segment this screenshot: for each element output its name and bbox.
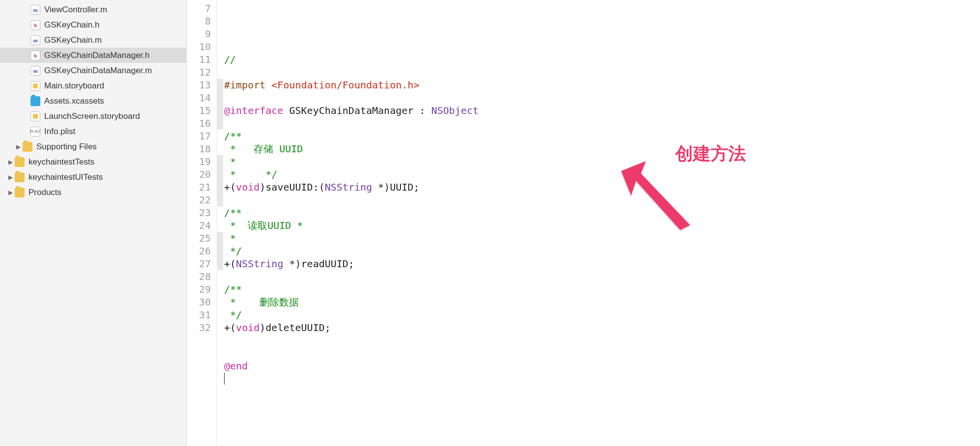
file-row[interactable]: ▶Products — [0, 185, 186, 200]
gutter-mark — [217, 168, 223, 181]
line-number: 19 — [187, 155, 217, 168]
file-row[interactable]: ▶Supporting Files — [0, 139, 186, 154]
code-line[interactable]: +(void)saveUUID:(NSString *)UUID; — [224, 181, 980, 194]
file-label: GSKeyChain.h — [44, 20, 99, 30]
file-label: GSKeyChainDataManager.h — [44, 51, 150, 60]
line-number: 21 — [187, 181, 217, 194]
folder-file-icon — [15, 157, 25, 167]
code-line[interactable]: * 删除数据 — [224, 296, 980, 308]
story-file-icon — [30, 112, 40, 121]
disclosure-triangle-icon[interactable]: ▶ — [15, 143, 22, 150]
line-number: 20 — [187, 168, 217, 181]
code-line[interactable]: /** — [224, 130, 980, 142]
file-row[interactable]: mGSKeyChain.m — [0, 32, 186, 48]
code-line[interactable]: +(NSString *)readUUID; — [224, 257, 980, 270]
code-line[interactable] — [224, 372, 980, 385]
gutter-mark — [217, 155, 223, 168]
line-number: 32 — [187, 321, 217, 334]
line-number-gutter: 7891011121314151617181920212223242526272… — [187, 0, 217, 446]
code-line[interactable]: * */ — [224, 168, 980, 181]
file-row[interactable]: mGSKeyChainDataManager.m — [0, 63, 186, 78]
code-line[interactable] — [224, 194, 980, 206]
code-line[interactable]: /** — [224, 206, 980, 219]
disclosure-triangle-icon[interactable]: ▶ — [7, 159, 14, 166]
code-line[interactable]: * 存储 UUID — [224, 142, 980, 155]
file-row[interactable]: PLISTInfo.plist — [0, 124, 186, 139]
file-label: Products — [29, 188, 61, 197]
line-number: 17 — [187, 130, 217, 142]
disclosure-triangle-icon[interactable]: ▶ — [7, 189, 14, 196]
file-navigator[interactable]: mViewController.mhGSKeyChain.hmGSKeyChai… — [0, 0, 187, 446]
file-row[interactable]: LaunchScreen.storyboard — [0, 109, 186, 124]
file-label: keychaintestTests — [29, 157, 94, 167]
code-line[interactable] — [224, 66, 980, 79]
gutter-mark — [217, 181, 223, 194]
file-row[interactable]: Assets.xcassets — [0, 93, 186, 109]
gutter-mark — [217, 53, 223, 66]
gutter-mark — [217, 232, 223, 245]
assets-file-icon — [30, 96, 40, 106]
line-number: 28 — [187, 270, 217, 283]
code-line[interactable]: /** — [224, 283, 980, 296]
line-number: 16 — [187, 117, 217, 130]
gutter-mark — [217, 130, 223, 142]
gutter-mark — [217, 245, 223, 257]
code-line[interactable]: * — [224, 232, 980, 245]
gutter-mark — [217, 66, 223, 79]
line-number: 11 — [187, 53, 217, 66]
folder-file-icon — [15, 172, 25, 182]
m-file-icon: m — [30, 35, 40, 45]
line-number: 13 — [187, 79, 217, 91]
line-number: 24 — [187, 219, 217, 232]
code-line[interactable]: */ — [224, 245, 980, 257]
line-number: 31 — [187, 308, 217, 321]
line-number: 30 — [187, 296, 217, 308]
gutter-mark — [217, 142, 223, 155]
line-number: 12 — [187, 66, 217, 79]
file-label: GSKeyChain.m — [44, 35, 102, 45]
file-row[interactable]: ▶keychaintestUITests — [0, 169, 186, 185]
file-row[interactable]: hGSKeyChain.h — [0, 17, 186, 32]
code-line[interactable] — [224, 117, 980, 130]
gutter-mark — [217, 283, 223, 296]
story-file-icon — [30, 81, 40, 91]
code-editor[interactable]: 7891011121314151617181920212223242526272… — [187, 0, 980, 446]
line-number: 23 — [187, 206, 217, 219]
code-line[interactable] — [224, 91, 980, 104]
code-line[interactable]: #import <Foundation/Foundation.h> — [224, 79, 980, 91]
gutter-marks — [217, 0, 223, 446]
file-row[interactable]: Main.storyboard — [0, 78, 186, 93]
code-line[interactable]: +(void)deleteUUID; — [224, 321, 980, 334]
line-number: 7 — [187, 2, 217, 15]
file-label: Main.storyboard — [44, 81, 104, 91]
line-number: 18 — [187, 142, 217, 155]
gutter-mark — [217, 15, 223, 28]
disclosure-triangle-icon[interactable]: ▶ — [7, 174, 14, 181]
gutter-mark — [217, 79, 223, 91]
code-line[interactable]: @interface GSKeyChainDataManager : NSObj… — [224, 104, 980, 117]
code-line[interactable] — [224, 270, 980, 283]
h-file-icon: h — [30, 51, 40, 60]
code-line[interactable] — [224, 334, 980, 347]
line-number: 15 — [187, 104, 217, 117]
file-row[interactable]: mViewController.m — [0, 2, 186, 17]
folder-file-icon — [15, 188, 25, 197]
code-line[interactable]: * — [224, 155, 980, 168]
file-label: keychaintestUITests — [29, 172, 103, 182]
code-area[interactable]: 创建方法 //#import <Foundation/Foundation.h>… — [223, 0, 980, 446]
file-row[interactable]: hGSKeyChainDataManager.h — [0, 48, 186, 63]
line-number: 9 — [187, 28, 217, 40]
gutter-mark — [217, 91, 223, 104]
gutter-mark — [217, 2, 223, 15]
code-line[interactable]: * 读取UUID * — [224, 219, 980, 232]
file-row[interactable]: ▶keychaintestTests — [0, 154, 186, 169]
line-number: 8 — [187, 15, 217, 28]
plist-file-icon: PLIST — [30, 127, 40, 137]
gutter-mark — [217, 117, 223, 130]
code-line[interactable]: */ — [224, 308, 980, 321]
gutter-mark — [217, 270, 223, 283]
code-line[interactable] — [224, 347, 980, 360]
code-line[interactable]: // — [224, 53, 980, 66]
line-number: 14 — [187, 91, 217, 104]
code-line[interactable]: @end — [224, 360, 980, 372]
